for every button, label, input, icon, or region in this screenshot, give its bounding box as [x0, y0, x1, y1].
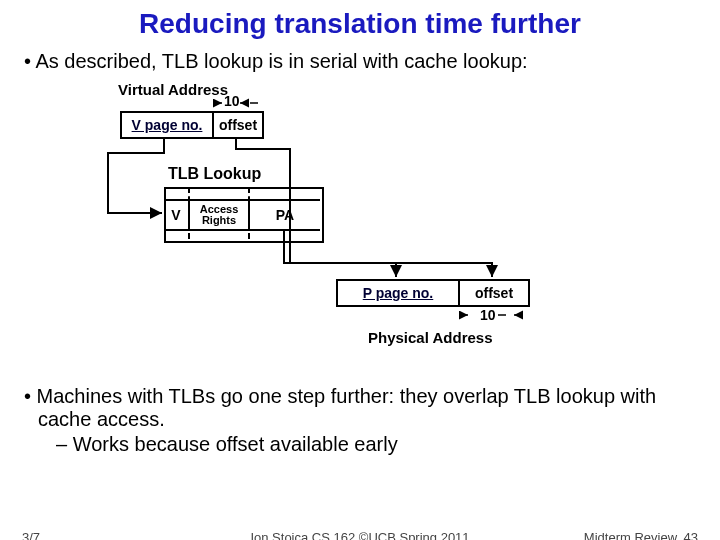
bullet-2-text: Machines with TLBs go one step further: …: [37, 385, 657, 430]
bullet-2: • Machines with TLBs go one step further…: [24, 385, 700, 431]
footer-right: Midterm Review. 43: [584, 530, 698, 540]
bullet-1: • As described, TLB lookup is in serial …: [24, 50, 700, 73]
bullet-1-text: As described, TLB lookup is in serial wi…: [35, 50, 527, 72]
diagram-wires: [0, 75, 720, 375]
slide-title: Reducing translation time further: [0, 0, 720, 40]
sub-bullet: – Works because offset available early: [56, 433, 700, 456]
diagram: Virtual Address 10 V page no. offset TLB…: [0, 75, 720, 375]
sub-bullet-text: Works because offset available early: [73, 433, 398, 455]
